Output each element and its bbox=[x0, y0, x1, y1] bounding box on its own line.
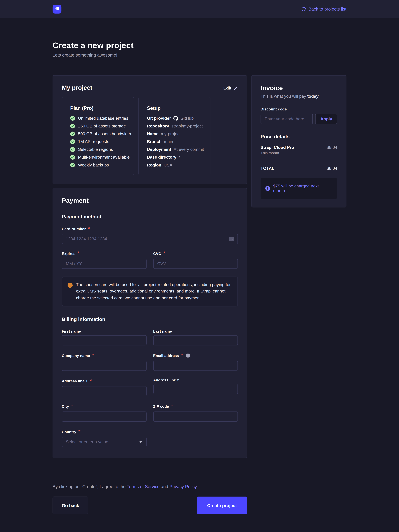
check-icon bbox=[70, 116, 75, 120]
last-name-label: Last name bbox=[153, 329, 172, 333]
plan-feature: 250 GB of assets storage bbox=[70, 124, 125, 128]
total-row: TOTAL $8.04 bbox=[261, 166, 337, 171]
github-icon bbox=[173, 116, 178, 120]
address2-label: Address line 2 bbox=[153, 378, 179, 382]
required-marker: * bbox=[71, 403, 73, 409]
card-usage-warning: The chosen card will be used for all pro… bbox=[62, 277, 238, 306]
invoice-subtitle: This is what you will pay today bbox=[261, 94, 337, 99]
payment-title: Payment bbox=[62, 197, 238, 204]
country-label: Country bbox=[62, 430, 76, 434]
address1-input[interactable] bbox=[62, 386, 146, 396]
chevron-down-icon bbox=[139, 441, 142, 443]
required-marker: * bbox=[181, 353, 183, 359]
warning-text: The chosen card will be used for all pro… bbox=[76, 282, 232, 301]
setup-row-git-provider: Git provider GitHub bbox=[147, 116, 202, 120]
price-item-amount: $8.04 bbox=[327, 145, 337, 150]
country-select-placeholder: Select or enter a value bbox=[66, 440, 108, 444]
billing-title: Billing information bbox=[62, 317, 238, 322]
plan-feature: Multi-environment available bbox=[70, 155, 125, 160]
check-icon bbox=[70, 132, 75, 136]
back-link-label: Back to projects list bbox=[308, 6, 346, 12]
setup-row-region: Region USA bbox=[147, 163, 202, 167]
card-number-input[interactable] bbox=[62, 234, 238, 244]
total-amount: $8.04 bbox=[327, 166, 337, 171]
address2-input[interactable] bbox=[153, 384, 238, 394]
first-name-label: First name bbox=[62, 329, 81, 333]
cvc-input[interactable] bbox=[153, 259, 238, 269]
agreement-text: By clicking on "Create", I agree to the … bbox=[53, 484, 247, 489]
warning-icon bbox=[68, 283, 73, 288]
company-name-field-group: Company name* bbox=[62, 353, 146, 371]
next-month-note-text: $75 will be charged next month. bbox=[273, 184, 333, 193]
city-label: City bbox=[62, 404, 69, 408]
setup-row-base-directory: Base directory / bbox=[147, 155, 202, 160]
required-marker: * bbox=[171, 403, 173, 409]
email-input[interactable] bbox=[153, 361, 238, 371]
required-marker: * bbox=[78, 429, 80, 435]
zip-input[interactable] bbox=[153, 412, 238, 422]
next-month-note: $75 will be charged next month. bbox=[261, 178, 337, 199]
setup-row-repository: Repository strapi/my-project bbox=[147, 124, 202, 128]
plan-feature: Selectable regions bbox=[70, 147, 125, 152]
company-name-label: Company name bbox=[62, 354, 90, 358]
cvc-label: CVC bbox=[153, 252, 161, 256]
setup-box: Setup Git provider GitHub bbox=[138, 97, 210, 175]
plan-feature: 1M API requests bbox=[70, 139, 125, 144]
price-line-item: Strapi Cloud Pro This month $8.04 bbox=[261, 145, 337, 155]
plan-feature-list: Unlimited database entries 250 GB of ass… bbox=[70, 116, 125, 167]
setup-rows: Git provider GitHub Repository strapi/my… bbox=[147, 116, 202, 167]
address1-label: Address line 1 bbox=[62, 379, 88, 383]
check-icon bbox=[70, 163, 75, 167]
strapi-logo-icon[interactable] bbox=[53, 5, 61, 13]
address2-field-group: Address line 2 bbox=[153, 378, 238, 396]
back-to-projects-link[interactable]: Back to projects list bbox=[301, 6, 346, 12]
total-label: TOTAL bbox=[261, 166, 274, 171]
go-back-button[interactable]: Go back bbox=[53, 497, 88, 514]
terms-of-service-link[interactable]: Terms of Service bbox=[127, 484, 160, 489]
email-field-group: Email address* bbox=[153, 353, 238, 371]
check-icon bbox=[70, 139, 75, 144]
address1-field-group: Address line 1* bbox=[62, 378, 146, 396]
price-item-period: This month bbox=[261, 151, 294, 155]
email-label: Email address bbox=[153, 354, 179, 358]
invoice-card: Invoice This is what you will pay today … bbox=[251, 75, 346, 208]
edit-button[interactable]: Edit bbox=[223, 86, 238, 90]
divider bbox=[261, 160, 337, 160]
plan-feature: Unlimited database entries bbox=[70, 116, 125, 120]
price-item-name: Strapi Cloud Pro bbox=[261, 145, 294, 150]
zip-label: ZIP code bbox=[153, 404, 169, 408]
check-icon bbox=[70, 155, 75, 160]
last-name-input[interactable] bbox=[153, 335, 238, 345]
check-icon bbox=[70, 147, 75, 152]
company-name-input[interactable] bbox=[62, 361, 146, 371]
first-name-input[interactable] bbox=[62, 335, 146, 345]
required-marker: * bbox=[92, 353, 94, 359]
plan-box: Plan (Pro) Unlimited database entries 25… bbox=[62, 97, 134, 175]
info-icon[interactable] bbox=[186, 354, 190, 358]
my-project-title: My project bbox=[62, 84, 92, 91]
my-project-card: My project Edit Plan (Pro) bbox=[53, 75, 247, 184]
setup-row-deployment: Deployment At every commit bbox=[147, 147, 202, 152]
info-circle-icon bbox=[265, 186, 270, 191]
pencil-icon bbox=[234, 86, 238, 90]
apply-button[interactable]: Apply bbox=[315, 114, 337, 124]
city-input[interactable] bbox=[62, 412, 146, 422]
plan-title: Plan (Pro) bbox=[70, 105, 125, 111]
footer: By clicking on "Create", I agree to the … bbox=[53, 484, 247, 532]
plan-feature: 500 GB of assets bandwidth bbox=[70, 132, 125, 136]
expires-field-group: Expires* bbox=[62, 250, 146, 269]
setup-row-name: Name my-project bbox=[147, 132, 202, 136]
privacy-policy-link[interactable]: Privacy Policy bbox=[170, 484, 196, 489]
country-select[interactable]: Select or enter a value bbox=[62, 437, 146, 447]
required-marker: * bbox=[78, 250, 79, 257]
invoice-title: Invoice bbox=[261, 84, 337, 92]
discount-code-label: Discount code bbox=[261, 107, 337, 111]
topbar: Back to projects list bbox=[0, 0, 399, 18]
required-marker: * bbox=[163, 250, 165, 257]
create-project-button[interactable]: Create project bbox=[197, 497, 247, 514]
payment-card: Payment Payment method Card Number* bbox=[53, 188, 247, 458]
expires-input[interactable] bbox=[62, 259, 146, 269]
discount-code-input[interactable] bbox=[261, 114, 313, 124]
edit-button-label: Edit bbox=[223, 86, 231, 90]
expires-label: Expires bbox=[62, 252, 75, 256]
